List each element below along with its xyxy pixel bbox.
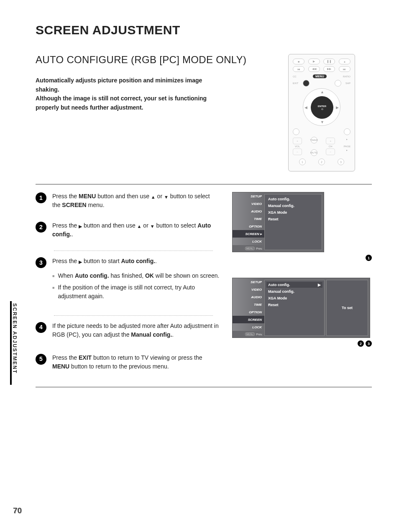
step-number-1: 1 xyxy=(36,192,46,203)
page-number: 70 xyxy=(13,506,22,515)
page-title: SCREEN ADJUSTMENT xyxy=(36,23,372,37)
menu-bold: MENU xyxy=(79,193,96,200)
t: has finished, xyxy=(109,272,145,279)
ch-down-icon: − xyxy=(326,148,335,155)
step-2: 2 Press the ▶ button and then use ▲ or ▼… xyxy=(36,221,220,239)
remote-label-ch: CH xyxy=(329,145,332,148)
bullet-1: When Auto config. has finished, OK will … xyxy=(52,271,220,280)
dotted-divider xyxy=(54,315,213,316)
t: menu. xyxy=(87,202,105,208)
ch-up-icon: + xyxy=(326,138,335,144)
t: button to return to the previous menu. xyxy=(69,363,169,370)
side-tab-bar xyxy=(3,301,12,385)
t: Prev. xyxy=(256,333,263,336)
step-number-4: 4 xyxy=(36,322,46,333)
auto-config-bold: Auto config. xyxy=(121,258,155,264)
t: . xyxy=(72,231,73,238)
remote-label-menu: MENU xyxy=(313,74,327,78)
remote-btn-prev-icon: ⏮ xyxy=(293,66,304,72)
remote-illustration: ■ ▶ ❚❚ ● ⏮ ◀◀ ▶▶ ⏭ CC MENU RATIO EXIT xyxy=(288,54,355,171)
remote-btn-rec-icon: ● xyxy=(339,59,350,64)
up-triangle-icon: ▲ xyxy=(151,194,156,201)
screenshots-column: SETUP VIDEO AUDIO TIME OPTION SCREEN ▸ L… xyxy=(232,192,372,354)
up-triangle-icon: ▲ xyxy=(137,223,142,230)
osd-menu-setup: SETUP xyxy=(233,278,264,286)
right-triangle-icon: ▶ xyxy=(79,223,82,230)
step-1: 1 Press the MENU button and then use ▲ o… xyxy=(36,192,220,210)
t: Press the xyxy=(52,258,79,264)
remote-label-cc: CC xyxy=(293,75,297,78)
t: button to select xyxy=(155,222,198,229)
osd-screenshot-2: SETUP VIDEO AUDIO TIME OPTION SCREEN LOC… xyxy=(232,278,370,338)
t: will be shown on screen. xyxy=(154,272,219,279)
vol-down-icon: − xyxy=(293,148,302,155)
ok-bold: OK xyxy=(145,272,154,279)
remote-label-page: PAGE xyxy=(344,145,350,148)
osd-menu-lock: LOCK xyxy=(233,323,264,331)
remote-btn-mute: MUTE xyxy=(311,149,317,156)
dpad-left-icon: ◀ xyxy=(304,105,307,110)
t: button to return to TV viewing or press … xyxy=(92,354,202,361)
remote-label-exit: EXIT xyxy=(293,82,298,84)
osd-menu-time: TIME xyxy=(233,215,264,223)
remote-btn-next-icon: ⏭ xyxy=(339,66,350,72)
remote-btn-3: 3 xyxy=(338,159,344,165)
intro-line-1: Automatically adjusts picture position a… xyxy=(36,77,202,93)
section-title: AUTO CONFIGURE (RGB [PC] MODE ONLY) xyxy=(36,54,274,66)
t: Prev. xyxy=(256,247,263,250)
intro-text: Automatically adjusts picture position a… xyxy=(36,76,215,113)
remote-btn-ff-icon: ▶▶ xyxy=(323,66,335,72)
osd-menu-time: TIME xyxy=(233,301,264,308)
remote-btn-blank-right xyxy=(344,128,350,135)
remote-label-vol: VOL xyxy=(295,145,300,148)
osd-screenshot-1: SETUP VIDEO AUDIO TIME OPTION SCREEN ▸ L… xyxy=(232,192,324,252)
right-triangle-icon: ▶ xyxy=(79,258,82,266)
remote-btn-pause-icon: ❚❚ xyxy=(323,59,335,64)
shot-mark-2: 2 xyxy=(358,340,364,347)
remote-btn-stop-icon: ■ xyxy=(293,59,304,64)
remote-btn-exit-icon xyxy=(303,80,309,87)
osd-item-xga: XGA Mode xyxy=(268,210,318,215)
osd-hint-to-set: To set xyxy=(326,280,368,336)
exit-bold: EXIT xyxy=(79,354,92,361)
remote-btn-play-icon: ▶ xyxy=(308,59,320,64)
t: Press the xyxy=(52,354,79,361)
dotted-divider xyxy=(54,251,213,251)
t: Press the xyxy=(52,193,79,200)
osd-menu-setup: SETUP xyxy=(233,192,264,200)
step-number-5: 5 xyxy=(36,354,46,365)
remote-label-ratio: RATIO xyxy=(343,75,350,78)
osd-menu-audio: AUDIO xyxy=(233,293,264,301)
t: . xyxy=(172,331,174,338)
intro-line-2: Although the image is still not correct,… xyxy=(36,95,207,111)
menu-bold: MENU xyxy=(52,363,69,370)
osd-menu-audio: AUDIO xyxy=(233,207,264,215)
bullet-2: If the position of the image is still no… xyxy=(52,283,220,300)
t: or xyxy=(141,222,150,229)
t: or xyxy=(156,193,164,200)
osd-prev-label: MENUPrev. xyxy=(243,331,265,338)
osd-menu-video: VIDEO xyxy=(233,200,264,207)
vol-up-icon: + xyxy=(293,138,302,144)
osd-menu-screen: SCREEN xyxy=(233,316,264,323)
steps-column: 1 Press the MENU button and then use ▲ o… xyxy=(36,192,220,383)
remote-dpad: ▲ ▼ ◀ ▶ ENTER ⊙ xyxy=(303,88,340,126)
down-triangle-icon: ▼ xyxy=(164,194,169,201)
t: If the position of the image is still no… xyxy=(58,283,220,300)
remote-btn-2: 2 xyxy=(318,159,325,165)
auto-config-bold: Auto config. xyxy=(75,272,109,279)
remote-btn-sap-icon xyxy=(335,80,341,87)
divider xyxy=(36,184,372,184)
side-tab-label: SCREEN ADJUSTMENT xyxy=(12,303,18,374)
remote-btn-rew-icon: ◀◀ xyxy=(308,66,320,72)
dpad-right-icon: ▶ xyxy=(336,105,339,110)
down-triangle-icon: ▼ xyxy=(150,223,155,230)
osd-prev-label: MENUPrev. xyxy=(243,245,265,252)
t: Auto config. xyxy=(268,283,290,287)
t: button and then use xyxy=(82,222,137,229)
t: button and then use xyxy=(96,193,151,200)
osd-item-manual: Manual config. xyxy=(268,204,318,208)
t: Press the xyxy=(52,222,79,229)
osd-item-manual: Manual config. xyxy=(268,289,321,294)
t: button to start xyxy=(82,258,121,264)
